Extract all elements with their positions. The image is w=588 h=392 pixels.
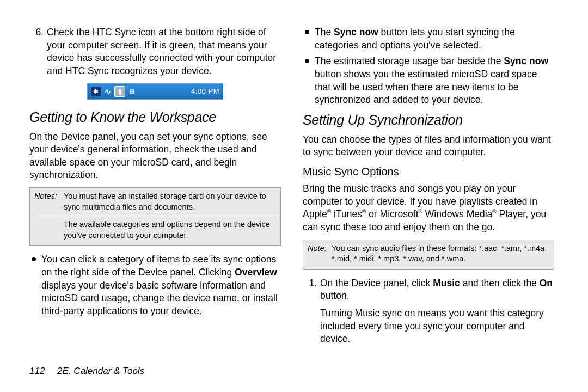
workspace-bullets: You can click a category of items to see… — [29, 253, 281, 317]
sync-overview-bullets: The Sync now button lets you start synci… — [303, 26, 554, 107]
section-title: 2E. Calendar & Tools — [57, 366, 144, 376]
step-6-text: Check the HTC Sync icon at the bottom ri… — [47, 26, 281, 78]
music-paragraph: Bring the music tracks and songs you pla… — [303, 182, 554, 234]
system-tray: ✱ ∿ ▮ 🖥 4:00 PM — [87, 83, 223, 100]
sync-now-label-1: Sync now — [334, 27, 378, 38]
page-number: 112 — [29, 366, 45, 376]
note-label: Note: — [308, 243, 332, 265]
bluetooth-icon: ✱ — [91, 87, 101, 96]
sound-icon: ∿ — [103, 87, 113, 96]
reg-mark-icon: ® — [492, 209, 496, 215]
list-item: The estimated storage usage bar beside t… — [303, 55, 554, 107]
step-1-line-2: Turning Music sync on means you want thi… — [320, 307, 554, 346]
page: 6. Check the HTC Sync icon at the bottom… — [0, 0, 588, 392]
page-footer: 112 2E. Calendar & Tools — [29, 366, 144, 377]
notes-label: Notes: — [34, 191, 64, 212]
notes-text-1: You must have an installed storage card … — [64, 191, 276, 212]
list-item: The Sync now button lets you start synci… — [303, 26, 554, 52]
on-label: On — [540, 278, 553, 289]
left-column: 6. Check the HTC Sync icon at the bottom… — [29, 26, 281, 385]
workspace-paragraph: On the Device panel, you can set your sy… — [29, 131, 281, 182]
note-text: You can sync audio files in these format… — [332, 243, 549, 265]
music-label: Music — [433, 278, 460, 289]
system-tray-image: ✱ ∿ ▮ 🖥 4:00 PM — [29, 83, 281, 100]
heading-setup-sync: Setting Up Synchronization — [303, 112, 554, 128]
heading-workspace: Getting to Know the Workspace — [29, 109, 281, 125]
notes-text-2: The available categories and options dep… — [64, 219, 276, 241]
notes-divider — [34, 216, 276, 216]
setup-paragraph: You can choose the types of files and in… — [303, 133, 554, 159]
music-step-1: 1. On the Device panel, click Music and … — [303, 277, 554, 346]
notes-box: Notes: You must have an installed storag… — [29, 187, 281, 246]
right-column: The Sync now button lets you start synci… — [303, 26, 554, 385]
tray-clock: 4:00 PM — [191, 87, 219, 95]
list-item: You can click a category of items to see… — [29, 253, 281, 317]
reg-mark-icon: ® — [419, 209, 422, 215]
heading-music-sync: Music Sync Options — [303, 166, 554, 178]
pc-icon: 🖥 — [127, 87, 137, 96]
overview-label: Overview — [235, 267, 277, 278]
step-1-line-1: On the Device panel, click Music and the… — [320, 277, 554, 303]
step-1-body: On the Device panel, click Music and the… — [320, 277, 554, 346]
sync-now-label-2: Sync now — [504, 56, 548, 66]
music-note-box: Note: You can sync audio files in these … — [303, 240, 554, 270]
step-6-number: 6. — [29, 26, 47, 78]
step-1-number: 1. — [303, 277, 320, 346]
htc-sync-icon: ▮ — [115, 87, 125, 96]
step-6: 6. Check the HTC Sync icon at the bottom… — [29, 26, 281, 78]
